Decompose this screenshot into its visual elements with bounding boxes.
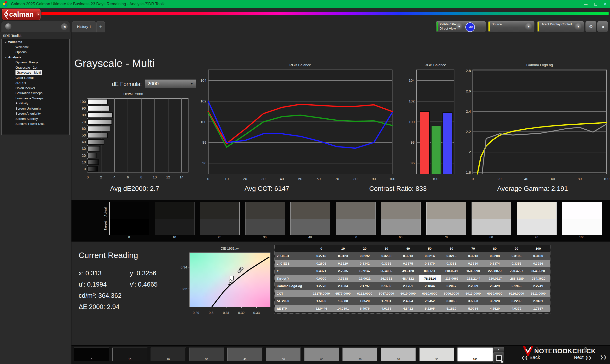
table-cell[interactable]: 0.3195 — [506, 252, 527, 260]
table-cell[interactable]: 6039.0000 — [484, 290, 506, 298]
gray-patch-70[interactable]: 70 — [342, 348, 378, 361]
table-cell[interactable]: 6132.0000 — [354, 290, 376, 298]
table-cell[interactable]: 10.9147 — [354, 267, 376, 275]
back-button[interactable]: ❮❮ Back — [521, 355, 540, 360]
table-cell[interactable]: 4.0183 — [376, 305, 397, 312]
settings-gear-icon[interactable]: ⚙ — [585, 21, 597, 32]
table-cell[interactable]: 0.3192 — [354, 252, 376, 260]
tree-item-colorchecker[interactable]: ColorChecker — [2, 86, 69, 91]
pattern-window-button[interactable] — [493, 352, 504, 363]
tree-item-grayscale-2pt[interactable]: Grayscale - 2pt — [2, 65, 69, 70]
table-cell[interactable]: 6006.0000 — [441, 290, 462, 298]
table-cell[interactable]: 1.7857 — [527, 305, 549, 312]
tab-history-1[interactable]: History 1 — [72, 21, 96, 32]
table-cell-selected[interactable]: 78.6514 — [419, 275, 441, 283]
table-cell[interactable]: 5.2205 — [419, 305, 441, 312]
table-cell[interactable]: 49.6120 — [397, 267, 419, 275]
tree-item-screen-uniformity[interactable]: Screen Uniformity — [2, 106, 69, 111]
gray-patch-90[interactable]: 90 — [419, 348, 454, 361]
table-cell[interactable]: 0.3213 — [462, 252, 484, 260]
panel-collapse-icon[interactable]: ◀ — [597, 21, 608, 32]
tree-item-analysis[interactable]: ◢Analysis — [2, 55, 69, 60]
table-cell[interactable]: 12.0621 — [354, 275, 376, 283]
table-cell[interactable]: 2.1965 — [506, 282, 527, 290]
meter-dropdown[interactable]: X-Rite i1Pro 2 Direct View ▼ 239 — [436, 21, 486, 32]
gray-patch-0[interactable]: 0 — [74, 348, 109, 361]
table-cell[interactable]: 116.0663 — [441, 275, 463, 283]
table-cell[interactable]: 0.3375 — [397, 260, 419, 268]
table-cell[interactable]: 48.4122 — [397, 275, 419, 283]
table-cell[interactable]: 5.0934 — [462, 305, 484, 312]
table-cell[interactable]: 1.7981 — [376, 297, 397, 305]
table-cell[interactable]: 6511.0000 — [527, 290, 549, 298]
gray-patch-80[interactable]: 80 — [381, 348, 416, 361]
table-cell[interactable]: 0.3381 — [441, 260, 462, 268]
tree-expand-icon[interactable]: ◢ — [5, 39, 6, 45]
table-cell[interactable]: 6116.0000 — [506, 290, 527, 298]
table-cell[interactable]: 2.9421 — [527, 297, 549, 305]
table-cell[interactable]: 0.3208 — [376, 252, 397, 260]
gray-patch-10[interactable]: 10 — [112, 348, 147, 361]
table-cell[interactable]: 162.2144 — [463, 275, 484, 283]
table-cell[interactable]: 0.0000 — [311, 275, 332, 283]
gray-patch-20[interactable]: 20 — [151, 348, 186, 361]
table-cell[interactable]: 288.3189 — [506, 275, 528, 283]
table-cell[interactable]: 0.2606 — [311, 260, 332, 268]
tree-item-screen-angularity[interactable]: Screen Angularity — [2, 111, 69, 116]
table-cell[interactable]: 1.5000 — [311, 297, 332, 305]
tree-item-options[interactable]: Options — [2, 50, 69, 55]
table-cell[interactable]: 364.3620 — [528, 275, 549, 283]
table-cell[interactable]: 0.3342 — [354, 260, 376, 268]
gray-patch-30[interactable]: 30 — [189, 348, 224, 361]
tree-item-3d-lut[interactable]: 3D LUT — [2, 80, 69, 86]
table-cell[interactable]: 0.4371 — [311, 267, 332, 275]
table-cell[interactable]: 220.0117 — [484, 275, 506, 283]
table-cell[interactable]: 26.3331 — [376, 275, 397, 283]
tree-item-welcome[interactable]: Welcome — [2, 45, 69, 50]
table-cell[interactable]: 2.9452 — [419, 297, 441, 305]
table-cell[interactable]: 0.3123 — [332, 252, 354, 260]
table-cell[interactable]: 3.7638 — [332, 275, 354, 283]
table-cell[interactable]: 6019.0000 — [397, 290, 419, 298]
table-cell[interactable]: 4.8412 — [397, 305, 419, 312]
table-cell[interactable]: 0.3379 — [419, 260, 441, 268]
tree-item-welcome[interactable]: ◢Welcome — [2, 39, 69, 45]
table-cell[interactable]: 6013.0000 — [462, 290, 484, 298]
table-cell[interactable]: 0.3366 — [376, 260, 397, 268]
tree-item-grayscale-multi[interactable]: Grayscale - Multi — [2, 70, 69, 75]
table-cell[interactable]: 364.3620 — [527, 267, 549, 275]
table-cell[interactable]: 13175.0000 — [311, 290, 332, 298]
table-cell[interactable]: 0.3214 — [419, 252, 441, 260]
table-cell[interactable]: 2.1761 — [397, 282, 419, 290]
table-cell[interactable]: 2.2067 — [441, 282, 462, 290]
close-icon[interactable]: ✕ — [600, 0, 610, 8]
gray-patch-100[interactable]: 100 — [457, 348, 493, 361]
gray-patch-50[interactable]: 50 — [266, 348, 301, 361]
calman-menu-button[interactable]: calman ▼ — [2, 9, 40, 20]
table-cell[interactable]: 82.0446 — [311, 305, 332, 312]
table-cell[interactable]: 2.2749 — [527, 282, 549, 290]
tree-item-luminance-sweeps[interactable]: Luminance Sweeps — [2, 96, 69, 101]
tree-item-color-gamut[interactable]: Color Gamut — [2, 75, 69, 80]
table-cell[interactable]: 26.4085 — [376, 267, 397, 275]
display-control-dropdown[interactable]: Direct Display Control ▼ — [537, 21, 584, 32]
table-cell[interactable]: 220.8879 — [484, 267, 506, 275]
table-cell[interactable]: 0.3256 — [527, 260, 549, 268]
tree-item-dynamic-range[interactable]: Dynamic Range — [2, 60, 69, 65]
table-cell[interactable]: 2.1334 — [332, 282, 354, 290]
table-cell[interactable]: 3.3058 — [441, 297, 462, 305]
sidebar-collapse-icon[interactable]: ◀ — [61, 23, 68, 30]
table-cell[interactable]: 2.1844 — [419, 282, 441, 290]
gray-patch-40[interactable]: 40 — [227, 348, 263, 361]
add-tab-button[interactable]: + — [96, 21, 105, 32]
table-cell[interactable]: 80.8511 — [419, 267, 441, 275]
table-cell[interactable]: 1.2778 — [311, 282, 332, 290]
table-cell[interactable]: 2.2309 — [462, 282, 484, 290]
table-cell[interactable]: 2.4264 — [397, 297, 419, 305]
table-cell[interactable]: 3.5853 — [462, 297, 484, 305]
table-cell[interactable]: 2.1680 — [376, 282, 397, 290]
tree-item-additivity[interactable]: Additivity — [2, 101, 69, 106]
tree-item-screen-stability[interactable]: Screen Stability — [2, 116, 69, 121]
table-cell[interactable]: 1.3520 — [354, 297, 376, 305]
table-cell[interactable]: 0.2740 — [311, 252, 332, 260]
